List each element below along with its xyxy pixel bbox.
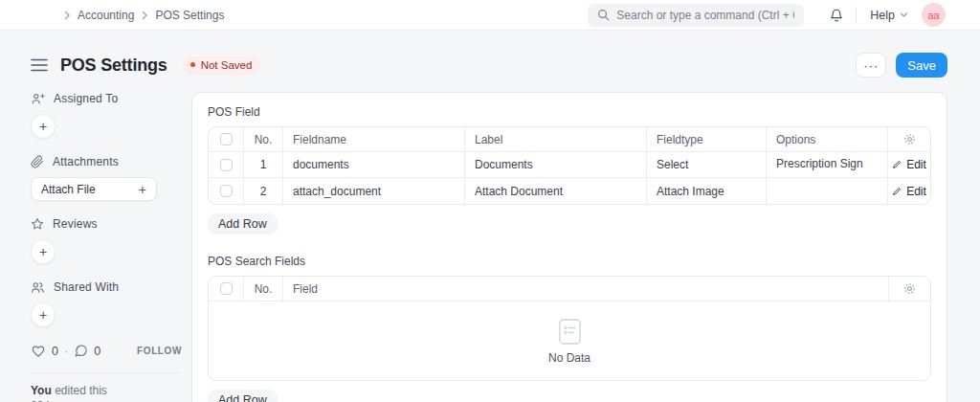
table-settings-button[interactable] xyxy=(903,282,916,295)
shared-with-label: Shared With xyxy=(54,280,119,294)
attachments-section: Attachments Attach File + xyxy=(31,155,182,201)
social-row: 0 · 0 FOLLOW xyxy=(31,344,182,358)
column-header-options: Options xyxy=(767,127,888,152)
notifications-button[interactable] xyxy=(829,8,844,23)
assigned-to-section: Assigned To + xyxy=(31,92,182,139)
cell-no: 2 xyxy=(244,178,283,204)
user-plus-icon xyxy=(31,92,45,105)
table-settings-cell xyxy=(889,277,930,302)
status-dot-icon xyxy=(190,62,195,67)
comment-icon xyxy=(74,344,88,358)
pos-search-fields-table: No. Field No Data xyxy=(208,276,931,381)
select-all-checkbox[interactable] xyxy=(220,282,233,295)
paperclip-icon xyxy=(31,155,44,168)
gear-icon xyxy=(903,282,916,295)
pos-field-table: No. Fieldname Label Fieldtype Options 1 … xyxy=(208,126,931,205)
likes-count: 0 xyxy=(52,345,58,358)
edit-row-button[interactable]: Edit xyxy=(892,185,926,198)
breadcrumb-item-pos-settings[interactable]: POS Settings xyxy=(155,9,224,22)
navbar: Accounting POS Settings Help aa xyxy=(0,0,980,31)
column-header-field: Field xyxy=(283,277,889,302)
reviews-section: Reviews + xyxy=(31,217,182,264)
search-input[interactable] xyxy=(616,9,794,22)
pos-field-add-row-button[interactable]: Add Row xyxy=(208,213,278,234)
help-menu[interactable]: Help xyxy=(870,9,908,22)
reviews-label: Reviews xyxy=(53,217,98,231)
empty-state: No Data xyxy=(209,302,930,380)
attachments-label: Attachments xyxy=(53,155,119,168)
more-actions-button[interactable]: ··· xyxy=(856,53,886,78)
status-badge-label: Not Saved xyxy=(201,59,253,71)
avatar[interactable]: aa xyxy=(922,3,946,27)
row-checkbox[interactable] xyxy=(220,185,233,197)
chevron-right-icon xyxy=(63,11,71,20)
cell-options[interactable]: Prescription Sign xyxy=(767,152,888,178)
star-icon xyxy=(31,217,44,231)
pos-search-fields-section-label: POS Search Fields xyxy=(208,255,931,268)
form-section-card: POS Field No. Fieldname Label Fieldtype … xyxy=(191,92,947,402)
navbar-right: Help aa xyxy=(829,3,946,27)
cell-label[interactable]: Attach Document xyxy=(465,178,647,204)
add-review-button[interactable]: + xyxy=(31,239,56,264)
bell-icon xyxy=(829,8,844,23)
page-head: POS Settings Not Saved ··· Save xyxy=(0,31,980,92)
column-header-fieldtype: Fieldtype xyxy=(647,127,767,152)
cell-options[interactable] xyxy=(767,178,888,204)
menu-icon xyxy=(31,58,48,72)
status-badge: Not Saved xyxy=(183,56,261,75)
header-select-all-cell xyxy=(209,277,244,302)
reviews-header: Reviews xyxy=(31,217,182,231)
chevron-right-icon xyxy=(141,11,148,20)
sidebar-toggle-button[interactable] xyxy=(31,56,48,74)
search-icon xyxy=(597,9,610,21)
select-all-checkbox[interactable] xyxy=(220,133,233,145)
edited-when: 23 hours ago xyxy=(31,399,98,402)
gear-icon xyxy=(903,133,916,145)
like-button[interactable] xyxy=(31,344,46,358)
row-checkbox[interactable] xyxy=(220,159,233,171)
comments-button[interactable] xyxy=(74,344,88,358)
edit-label: Edit xyxy=(906,185,926,198)
assigned-to-header: Assigned To xyxy=(31,92,182,105)
pencil-icon xyxy=(892,187,902,196)
sidebar-divider xyxy=(31,372,182,373)
help-label: Help xyxy=(870,9,895,22)
content: Assigned To + Attachments Attach File + xyxy=(0,92,980,402)
global-search[interactable] xyxy=(588,4,804,27)
breadcrumb-item-accounting[interactable]: Accounting xyxy=(78,9,134,22)
column-header-label: Label xyxy=(465,127,647,152)
add-assignment-button[interactable]: + xyxy=(31,114,56,139)
avatar-initials: aa xyxy=(927,10,939,21)
edit-label: Edit xyxy=(906,158,926,171)
edited-action: edited this xyxy=(55,384,107,397)
column-header-fieldname: Fieldname xyxy=(283,127,465,152)
cell-label[interactable]: Documents xyxy=(465,152,647,178)
cell-fieldname[interactable]: attach_document xyxy=(283,178,465,204)
no-data-icon xyxy=(558,318,582,346)
save-button[interactable]: Save xyxy=(896,53,947,78)
header-select-all-cell xyxy=(209,127,244,152)
attach-file-label: Attach File xyxy=(41,183,96,196)
cell-edit: Edit xyxy=(888,178,930,204)
cell-fieldtype[interactable]: Select xyxy=(647,152,767,178)
page-head-left: POS Settings Not Saved xyxy=(31,56,856,76)
page-head-actions: ··· Save xyxy=(856,53,947,78)
cell-edit: Edit xyxy=(888,152,930,178)
pencil-icon xyxy=(892,160,902,169)
add-share-button[interactable]: + xyxy=(31,302,56,327)
table-settings-cell xyxy=(888,127,930,152)
dot-separator: · xyxy=(64,345,68,358)
edit-row-button[interactable]: Edit xyxy=(892,158,926,171)
page-title: POS Settings xyxy=(60,56,167,76)
attach-file-button[interactable]: Attach File + xyxy=(31,177,157,201)
table-settings-button[interactable] xyxy=(903,133,916,145)
no-data-label: No Data xyxy=(548,351,590,365)
cell-fieldname[interactable]: documents xyxy=(283,152,465,178)
cell-fieldtype[interactable]: Attach Image xyxy=(647,178,767,204)
attachments-header: Attachments xyxy=(31,155,182,168)
pos-search-add-row-button[interactable]: Add Row xyxy=(208,390,278,402)
column-header-no: No. xyxy=(244,277,283,302)
column-header-no: No. xyxy=(244,127,283,152)
row-select-cell xyxy=(209,152,244,178)
follow-button[interactable]: FOLLOW xyxy=(137,346,182,356)
